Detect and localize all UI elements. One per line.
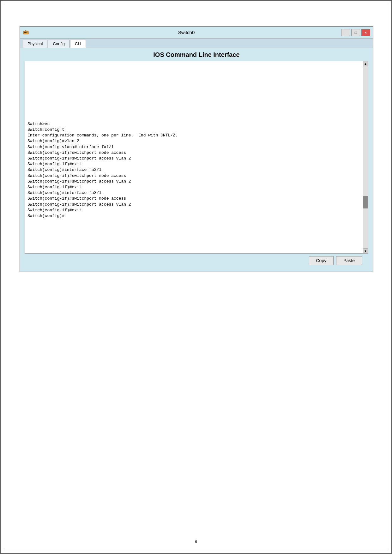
window-controls: – □ × <box>341 29 370 36</box>
svg-point-1 <box>24 32 25 33</box>
window-title: Switch0 <box>32 30 341 35</box>
tab-cli[interactable]: CLI <box>70 40 86 48</box>
cli-heading: IOS Command Line Interface <box>25 51 368 58</box>
page-number: 9 <box>195 539 197 544</box>
terminal-text: Switch>en Switch#config t Enter configur… <box>27 64 365 219</box>
switch-window: Switch0 – □ × Physical Config CLI IOS Co… <box>20 26 373 272</box>
paste-button[interactable]: Paste <box>336 256 362 265</box>
scroll-down-button[interactable]: ▼ <box>363 248 368 253</box>
minimize-button[interactable]: – <box>341 29 350 36</box>
close-button[interactable]: × <box>361 29 370 36</box>
tab-bar: Physical Config CLI <box>20 39 373 48</box>
tab-config[interactable]: Config <box>48 40 69 48</box>
scroll-up-button[interactable]: ▲ <box>363 61 368 66</box>
router-icon <box>23 29 29 36</box>
scrollbar-track[interactable]: ▲ ▼ <box>363 61 368 253</box>
button-bar: Copy Paste <box>25 254 368 268</box>
tab-physical[interactable]: Physical <box>23 40 47 48</box>
title-bar: Switch0 – □ × <box>20 27 373 39</box>
router-svg <box>23 30 29 35</box>
copy-button[interactable]: Copy <box>309 256 334 265</box>
cli-content-area: IOS Command Line Interface Switch>en Swi… <box>20 48 373 271</box>
svg-point-3 <box>27 32 27 33</box>
maximize-button[interactable]: □ <box>351 29 360 36</box>
terminal-wrapper: Switch>en Switch#config t Enter configur… <box>25 61 368 254</box>
scrollbar-thumb[interactable] <box>363 196 368 208</box>
terminal-scroll-area[interactable]: Switch>en Switch#config t Enter configur… <box>25 61 368 253</box>
svg-point-2 <box>25 32 26 33</box>
